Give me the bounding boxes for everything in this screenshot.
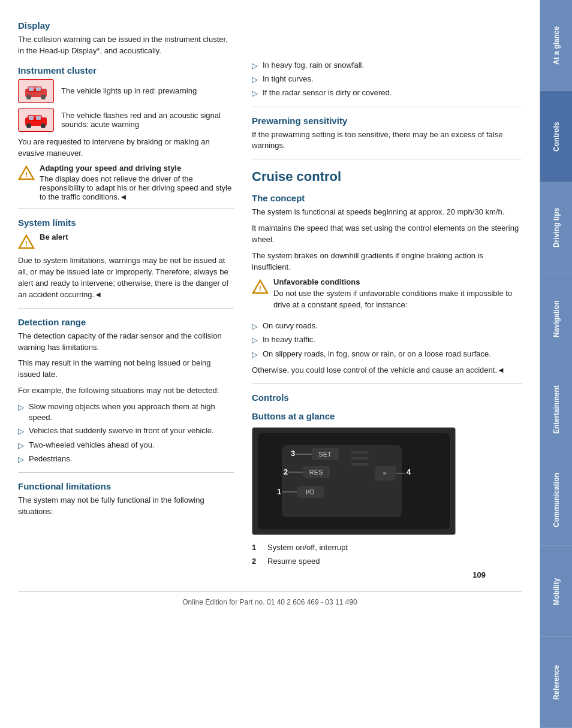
system-limits-warning: ! Be alert <box>18 232 234 250</box>
divider-2 <box>18 308 234 309</box>
system-limits-warning-icon: ! <box>18 234 35 250</box>
detection-bullet-2-text: Vehicles that suddenly swerve in front o… <box>29 425 214 436</box>
unfav-bullets: ▷On curvy roads. ▷In heavy traffic. ▷On … <box>252 321 522 360</box>
sidebar-tab-controls[interactable]: Controls <box>540 91 572 182</box>
detection-title: Detection range <box>18 317 234 327</box>
unfav-bullet-3: ▷On slippery roads, in fog, snow or rain… <box>252 349 522 360</box>
detection-body3: For example, the following situations ma… <box>18 385 234 397</box>
steering-panel-svg: SET RES I/O 3 2 1 <box>258 433 450 529</box>
unfav-warning-content: Unfavorable conditions Do not use the sy… <box>273 277 522 316</box>
instrument-row-1: The vehicle lights up in red: prewarning <box>18 79 234 103</box>
controls-section-title: Controls <box>252 392 522 403</box>
car-icon-acute <box>18 108 54 132</box>
sidebar-tab-mobility[interactable]: Mobility <box>540 546 572 637</box>
cruise-body2: It maintains the speed that was set usin… <box>252 223 522 246</box>
car-icon-svg-2 <box>23 111 49 128</box>
system-limits-title: System limits <box>18 218 234 228</box>
bullet-arrow: ▷ <box>252 321 258 332</box>
svg-text:!: ! <box>25 170 28 179</box>
sidebar-tab-reference-label: Reference <box>552 665 561 700</box>
sidebar-tab-navigation[interactable]: Navigation <box>540 273 572 364</box>
speed-warning-box: ! Adapting your speed and driving style … <box>18 164 234 201</box>
prewarning-body: If the prewarning setting is too sensiti… <box>252 129 522 152</box>
bullet-arrow: ▷ <box>18 440 24 451</box>
svg-rect-38 <box>351 463 369 466</box>
svg-text:SET: SET <box>318 451 332 458</box>
buttons-image-inner: SET RES I/O 3 2 1 <box>252 428 455 534</box>
bullet-arrow: ▷ <box>252 88 258 99</box>
svg-rect-37 <box>351 457 369 460</box>
sidebar-tab-entertainment[interactable]: Entertainment <box>540 364 572 455</box>
unfav-close: Otherwise, you could lose control of the… <box>252 365 522 376</box>
functional-title: Functional limitations <box>18 481 234 491</box>
func-bullet-2-text: In tight curves. <box>263 74 314 84</box>
svg-point-8 <box>26 123 31 128</box>
divider-1 <box>18 209 234 209</box>
system-limits-warning-content: Be alert <box>40 232 68 243</box>
page-footer: Online Edition for Part no. 01 40 2 606 … <box>18 591 522 606</box>
btn-desc-1: System on/off, interrupt <box>267 542 348 553</box>
buttons-image: SET RES I/O 3 2 1 <box>252 427 456 535</box>
sidebar-tab-driving[interactable]: Driving tips <box>540 182 572 273</box>
svg-rect-5 <box>36 87 41 91</box>
unfav-bullet-1: ▷On curvy roads. <box>252 321 522 332</box>
bullet-arrow: ▷ <box>18 402 24 413</box>
btn-list-item-2: 2 Resume speed <box>252 556 522 567</box>
detection-bullet-3-text: Two-wheeled vehicles ahead of you. <box>29 440 155 451</box>
speed-warning-body: The display does not relieve the driver … <box>40 174 231 201</box>
btn-num-2: 2 <box>252 556 264 567</box>
svg-text:!: ! <box>25 239 28 248</box>
right-column: ▷In heavy fog, rain or snowfall. ▷In tig… <box>246 12 522 570</box>
cruise-title: Cruise control <box>252 169 522 185</box>
car-icon-prewarning <box>18 79 54 103</box>
svg-text:1: 1 <box>277 487 281 496</box>
left-column: Display The collision warning can be iss… <box>18 12 246 570</box>
bullet-arrow: ▷ <box>252 335 258 346</box>
sidebar-tab-at-a-glance[interactable]: At a glance <box>540 0 572 91</box>
display-title: Display <box>18 20 234 31</box>
detection-bullet-4: ▷Pedestrians. <box>18 454 234 465</box>
sidebar-tab-reference[interactable]: Reference <box>540 637 572 728</box>
detection-bullets: ▷Slow moving objects when you approach t… <box>18 401 234 465</box>
sidebar-tab-communication[interactable]: Communication <box>540 455 572 546</box>
sidebar-tab-communication-label: Communication <box>552 473 561 528</box>
svg-text:!: ! <box>259 284 261 293</box>
unfav-bullet-3-text: On slippery roads, in fog, snow or rain,… <box>263 349 491 360</box>
warning-triangle-icon: ! <box>18 165 35 182</box>
sidebar-tab-driving-label: Driving tips <box>552 208 561 247</box>
bullet-arrow: ▷ <box>252 349 258 360</box>
divider-r1 <box>252 107 522 107</box>
instrument-title: Instrument cluster <box>18 65 234 75</box>
func-bullet-1-text: In heavy fog, rain or snowfall. <box>263 60 364 71</box>
svg-text:I/O: I/O <box>306 488 315 496</box>
svg-text:4: 4 <box>407 467 411 476</box>
prewarning-title: Prewarning sensitivity <box>252 116 522 126</box>
system-limits-body: Due to system limitations, warnings may … <box>18 255 234 300</box>
car-icon-svg-1 <box>23 83 49 99</box>
functional-body: The system may not be fully functional i… <box>18 495 234 518</box>
sidebar-tab-navigation-label: Navigation <box>552 300 561 337</box>
speed-warning-title: Adapting your speed and driving style <box>40 164 234 173</box>
bullet-arrow: ▷ <box>18 454 24 465</box>
svg-point-2 <box>26 95 31 99</box>
detection-bullet-2: ▷Vehicles that suddenly swerve in front … <box>18 425 234 437</box>
func-bullets: ▷In heavy fog, rain or snowfall. ▷In tig… <box>252 60 522 99</box>
svg-text:≡: ≡ <box>383 470 387 477</box>
sidebar-tab-entertainment-label: Entertainment <box>552 385 561 434</box>
sidebar: At a glance Controls Driving tips Naviga… <box>540 0 572 728</box>
func-bullet-2: ▷In tight curves. <box>252 74 522 85</box>
system-limits-warning-title: Be alert <box>40 232 68 241</box>
detection-body2: This may result in the warning not being… <box>18 358 234 380</box>
instrument-row3-text: You are requested to intervene by brakin… <box>18 137 234 159</box>
main-content: Display The collision warning can be iss… <box>0 0 540 728</box>
divider-r2 <box>252 159 522 159</box>
sidebar-tab-at-a-glance-label: At a glance <box>552 26 561 65</box>
btn-desc-2: Resume speed <box>267 556 320 567</box>
bullet-arrow: ▷ <box>252 74 258 85</box>
bullet-arrow: ▷ <box>18 426 24 437</box>
unfav-warning-box: ! Unfavorable conditions Do not use the … <box>252 277 522 316</box>
cruise-body1: The system is functional at speeds begin… <box>252 207 522 218</box>
unfav-bullet-2-text: In heavy traffic. <box>263 334 315 345</box>
svg-text:3: 3 <box>291 449 295 458</box>
sidebar-tab-controls-label: Controls <box>552 122 561 151</box>
